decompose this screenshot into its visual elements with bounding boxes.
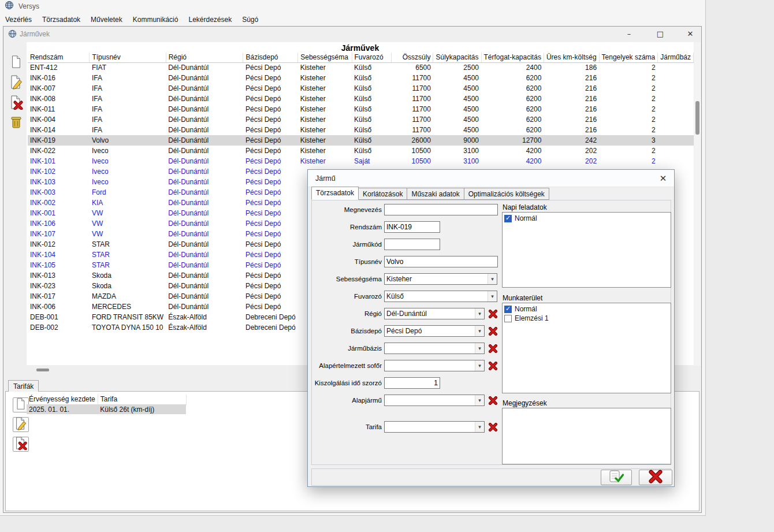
megnevezes-input[interactable] xyxy=(384,204,498,215)
cancel-button[interactable] xyxy=(639,470,672,485)
alapertelmezett-sofor-combo[interactable]: ▾ xyxy=(384,360,485,371)
table-cell: DEB-001 xyxy=(28,312,90,322)
jarmubazis-combo[interactable]: ▾ xyxy=(384,343,485,354)
table-row[interactable]: INK-019VolvoDél-DunántúlPécsi DepóKisteh… xyxy=(28,135,694,146)
dialog-tab[interactable]: Optimalizációs költségek xyxy=(464,188,549,200)
table-cell: 4500 xyxy=(433,104,481,114)
column-header[interactable]: Üres km-költség xyxy=(544,53,599,62)
table-cell: Pécsi Depó xyxy=(243,208,298,218)
table-cell: Kisteher xyxy=(298,94,352,104)
table-cell xyxy=(658,135,694,146)
table-cell: Kisteher xyxy=(298,62,352,73)
column-header[interactable]: Összsúly xyxy=(392,53,433,62)
bazisdepo-combo[interactable]: Pécsi Depó▾ xyxy=(384,325,485,337)
table-cell: TOYOTA DYNA 150 10 xyxy=(90,322,166,333)
dialog-close-button[interactable]: ✕ xyxy=(656,172,671,185)
combo-value: Külső xyxy=(385,291,488,302)
alapertelmezett-sofor-clear-button[interactable] xyxy=(488,361,498,371)
table-cell: Dél-Dunántúl xyxy=(166,291,243,302)
notes-textarea[interactable] xyxy=(502,408,671,464)
dialog-tab[interactable]: Törzsadatok xyxy=(311,187,359,200)
table-cell: 10500 xyxy=(392,146,433,156)
regio-combo[interactable]: Dél-Dunántúl▾ xyxy=(384,308,485,319)
table-cell: Dél-Dunántúl xyxy=(166,146,243,156)
maximize-button[interactable]: □ xyxy=(652,28,668,40)
table-cell: 2 xyxy=(599,73,658,83)
menu-item[interactable]: Vezérlés xyxy=(0,14,37,25)
column-header[interactable]: Fuvarozó xyxy=(352,53,392,62)
horizontal-scrollbar-thumb[interactable] xyxy=(36,369,49,371)
column-header[interactable]: Tarifa xyxy=(98,395,186,404)
close-button[interactable]: ✕ xyxy=(682,28,698,40)
table-row[interactable]: INK-008IFADél-DunántúlPécsi DepóKisteher… xyxy=(28,94,694,104)
jarmubazis-clear-button[interactable] xyxy=(488,344,498,354)
tipusnev-input[interactable] xyxy=(384,256,498,267)
save-button[interactable] xyxy=(601,470,632,485)
regio-clear-button[interactable] xyxy=(488,309,498,319)
menu-item[interactable]: Lekérdezések xyxy=(183,14,237,25)
table-cell: INK-019 xyxy=(28,135,90,146)
table-row[interactable]: ENT-412FIATDél-DunántúlPécsi DepóKistehe… xyxy=(28,62,694,73)
list-item[interactable]: Normál xyxy=(504,304,669,314)
vehicle-dialog: Jármű ✕ TörzsadatokKorlátozásokMűszaki a… xyxy=(307,169,675,487)
sebessegsema-combo[interactable]: Kisteher▾ xyxy=(384,273,497,285)
table-cell: Pécsi Depó xyxy=(243,62,298,73)
table-cell xyxy=(658,73,694,83)
column-header[interactable]: Tengelyek száma xyxy=(599,53,658,62)
list-item[interactable]: Normál xyxy=(504,214,669,223)
table-row[interactable]: INK-101IvecoDél-DunántúlPécsi DepóKisteh… xyxy=(28,156,694,166)
menu-item[interactable]: Műveletek xyxy=(85,14,128,25)
rendszam-input[interactable] xyxy=(384,221,440,233)
fuvarozo-combo[interactable]: Külső▾ xyxy=(384,291,497,302)
checkbox-checked-icon[interactable] xyxy=(504,306,512,313)
column-header[interactable]: Súlykapacitás xyxy=(433,53,481,62)
edit-vehicle-button[interactable] xyxy=(8,76,24,91)
vertical-scrollbar-thumb[interactable] xyxy=(695,101,699,135)
alapjarmu-combo[interactable]: ▾ xyxy=(384,395,485,406)
bazisdepo-clear-button[interactable] xyxy=(488,326,498,336)
cancel-icon xyxy=(649,470,663,486)
list-item[interactable]: Elemzési 1 xyxy=(504,314,669,323)
table-cell: FORD TRANSIT 85KW xyxy=(90,312,166,322)
dialog-tab[interactable]: Műszaki adatok xyxy=(407,188,464,200)
table-row[interactable]: INK-016IFADél-DunántúlPécsi DepóKisteher… xyxy=(28,73,694,83)
delete-tariff-button[interactable] xyxy=(13,437,29,452)
column-header[interactable]: Rendszám xyxy=(28,53,90,62)
alapjarmu-clear-button[interactable] xyxy=(488,396,498,405)
column-header[interactable]: Érvényesség kezdete xyxy=(27,395,98,404)
column-header[interactable]: Típusnév xyxy=(90,53,166,62)
table-cell: 216 xyxy=(544,104,599,114)
checkbox-checked-icon[interactable] xyxy=(504,215,512,222)
column-header[interactable]: Térfogat-kapacitás xyxy=(481,53,544,62)
table-cell: Skoda xyxy=(90,270,166,281)
tarifa-combo[interactable]: ▾ xyxy=(384,421,485,433)
menu-item[interactable]: Törzsadatok xyxy=(37,14,85,25)
table-row[interactable]: 2025. 01. 01.Külső 26t (km-díj) xyxy=(27,404,186,414)
table-cell: IFA xyxy=(90,125,166,135)
checkbox-unchecked-icon[interactable] xyxy=(504,315,512,322)
table-row[interactable]: INK-011IFADél-DunántúlPécsi DepóKisteher… xyxy=(28,104,694,114)
minimize-button[interactable]: – xyxy=(621,28,637,40)
table-row[interactable]: INK-007IFADél-DunántúlPécsi DepóKisteher… xyxy=(28,83,694,94)
dialog-tab[interactable]: Korlátozások xyxy=(358,188,407,200)
delete-vehicle-button[interactable] xyxy=(8,96,24,111)
trash-button[interactable] xyxy=(8,116,24,131)
column-header[interactable]: Régió xyxy=(166,53,243,62)
tariffs-table-header: Érvényesség kezdeteTarifa xyxy=(27,395,186,404)
kiszolgalasi-ido-szorzo-input[interactable] xyxy=(384,377,440,389)
menu-item[interactable]: Kommunikáció xyxy=(128,14,184,25)
tarifa-clear-button[interactable] xyxy=(488,422,498,432)
table-row[interactable]: INK-014IFADél-DunántúlPécsi DepóKisteher… xyxy=(28,125,694,135)
table-cell: 2 xyxy=(599,62,658,73)
column-header[interactable]: Sebességséma xyxy=(298,53,352,62)
new-vehicle-button[interactable] xyxy=(8,55,24,70)
edit-tariff-button[interactable] xyxy=(13,417,29,432)
tab-tarifak[interactable]: Tarifák xyxy=(8,380,39,392)
column-header[interactable]: Bázisdepó xyxy=(243,53,298,62)
menu-item[interactable]: Súgó xyxy=(237,14,263,25)
jarmukod-input[interactable] xyxy=(384,239,440,250)
table-row[interactable]: INK-004IFADél-DunántúlPécsi DepóKisteher… xyxy=(28,114,694,125)
table-row[interactable]: INK-022IvecoDél-DunántúlPécsi DepóKisteh… xyxy=(28,146,694,156)
vertical-scrollbar[interactable] xyxy=(694,42,701,366)
column-header[interactable]: Járműbáz xyxy=(658,53,694,62)
